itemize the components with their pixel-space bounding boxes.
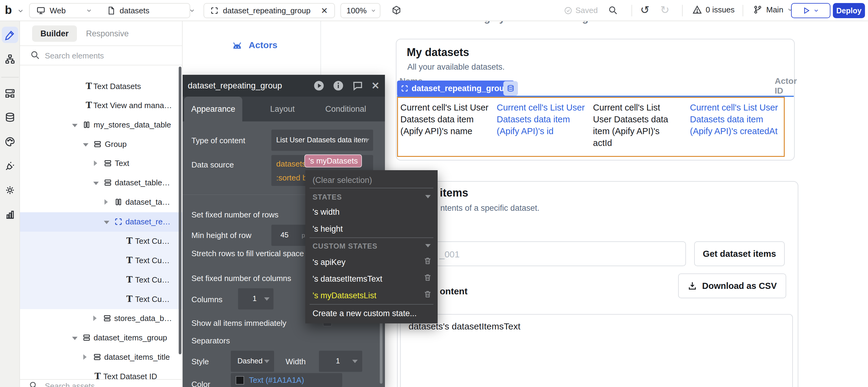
database-icon[interactable]	[4, 111, 16, 124]
custom-state-dataset-items-text[interactable]: 's datasetItemsText	[313, 275, 382, 284]
tree-row[interactable]: TText Cu…	[20, 270, 182, 290]
group-icon	[82, 333, 91, 342]
search-elements-input[interactable]	[45, 49, 172, 62]
logs-chart-icon[interactable]	[4, 208, 16, 221]
tab-conditional[interactable]: Conditional	[325, 97, 366, 122]
redo-icon[interactable]: ↻	[660, 4, 669, 17]
tree-row[interactable]: TText View and mana…	[20, 96, 182, 116]
nav-item-label: Actors	[249, 40, 277, 50]
card-title-fragment: items	[440, 187, 468, 199]
tab-layout[interactable]: Layout	[270, 97, 295, 122]
clear-selection-option[interactable]: (Clear selection)	[313, 175, 372, 185]
close-icon[interactable]: ✕	[371, 80, 379, 92]
tab-responsive[interactable]: Responsive	[86, 29, 129, 38]
create-custom-state-option[interactable]: Create a new custom state...	[313, 309, 417, 318]
caret-right-icon	[94, 161, 97, 166]
logo-chevron-down-icon[interactable]	[17, 7, 24, 14]
tree-row[interactable]: TText Cu…	[20, 251, 182, 270]
tree-row[interactable]: Text	[20, 154, 182, 173]
issues-indicator[interactable]: 0 issues	[692, 5, 735, 14]
component-cube-icon[interactable]	[391, 5, 402, 16]
search-icon[interactable]	[608, 5, 618, 15]
undo-icon[interactable]: ↺	[640, 4, 649, 17]
settings-gear-icon[interactable]	[4, 184, 16, 196]
type-of-content-select[interactable]: List User Datasets data item	[271, 130, 373, 151]
preview-button[interactable]	[791, 3, 831, 18]
search-assets-input[interactable]	[45, 382, 166, 387]
branch-selector[interactable]: Main	[753, 5, 794, 14]
cell-id[interactable]: Current cell's List User Datasets data i…	[497, 102, 586, 137]
dataset-items-card: items ntents of a specific dataset. _001…	[397, 181, 798, 387]
page-chevron-down-icon[interactable]	[189, 7, 195, 14]
width-select[interactable]: 1	[319, 351, 362, 372]
tab-builder[interactable]: Builder	[32, 26, 77, 42]
design-pencil-icon[interactable]	[4, 29, 16, 41]
styles-palette-icon[interactable]	[4, 136, 16, 148]
dropdown-divider	[310, 237, 433, 238]
platform-chevron-down-icon[interactable]	[86, 7, 92, 14]
custom-states-section-header[interactable]: CUSTOM STATES	[313, 242, 377, 251]
trash-icon[interactable]	[424, 257, 432, 265]
states-section-header[interactable]: STATES	[313, 193, 342, 201]
property-editor-header[interactable]: dataset_repeating_group ✕	[181, 75, 385, 97]
show-all-label: Show all items immediately	[191, 319, 286, 328]
zoom-control[interactable]: 100%	[340, 3, 380, 18]
close-tab-icon[interactable]: ✕	[321, 6, 328, 16]
custom-state-my-datasets-list[interactable]: 's myDatasetsList	[313, 291, 376, 300]
tree-row[interactable]: my_stores_data_table	[20, 116, 182, 135]
trash-icon[interactable]	[424, 273, 432, 282]
tree-row[interactable]: dataset_table…	[20, 173, 182, 193]
cell-act-id[interactable]: Current cell's List User Datasets data i…	[593, 102, 678, 149]
repeating-group-icon	[401, 85, 408, 92]
expression-token[interactable]: 's myDatasets	[304, 155, 362, 167]
fixed-columns-label: Set fixed number of columns	[191, 274, 291, 283]
state-option-height[interactable]: 's height	[313, 224, 343, 234]
components-icon[interactable]	[4, 87, 16, 99]
tree-row[interactable]: TText Cu…	[20, 290, 182, 309]
info-icon[interactable]	[333, 80, 344, 92]
tree-row[interactable]: dataset_ta…	[20, 193, 182, 212]
tree-row[interactable]: dataset_items_title	[20, 348, 182, 367]
data-source-badge[interactable]	[503, 81, 518, 96]
download-csv-button[interactable]: Download as CSV	[678, 273, 786, 298]
color-field[interactable]: Text (#1A1A1A)	[231, 373, 342, 387]
style-select[interactable]: Dashed	[231, 351, 274, 372]
state-option-width[interactable]: 's width	[313, 207, 340, 217]
dataset-id-input[interactable]: _001	[400, 241, 686, 266]
type-of-content-label: Type of content	[191, 136, 245, 146]
elements-panel-header: Builder Responsive	[20, 21, 182, 46]
trash-icon[interactable]	[424, 290, 432, 298]
cell-created-at[interactable]: Current cell's List User Datasets data i…	[690, 102, 787, 137]
chevron-down-icon	[352, 360, 358, 363]
page-select[interactable]: datasets	[120, 6, 149, 15]
element-tab[interactable]: dataset_repeating_group ✕	[204, 3, 335, 18]
tree-row[interactable]: TText Datasets	[20, 77, 182, 96]
platform-select[interactable]: Web	[50, 6, 66, 15]
plugins-plug-icon[interactable]	[4, 160, 16, 172]
workflow-sitemap-icon[interactable]	[4, 53, 16, 65]
custom-state-apikey[interactable]: 's apiKey	[313, 258, 346, 267]
color-swatch	[236, 376, 244, 385]
branch-name: Main	[766, 5, 783, 14]
tree-row[interactable]: TText Cu…	[20, 232, 182, 251]
tree-row[interactable]: stores_data_b…	[20, 309, 182, 328]
selected-element-chip[interactable]: dataset_repeating_group	[397, 80, 514, 96]
columns-select[interactable]: 1	[238, 288, 274, 310]
nav-item-actors[interactable]: Actors	[231, 40, 277, 50]
bubble-logo[interactable]: b	[5, 4, 12, 17]
caret-right-icon	[83, 354, 87, 360]
comment-icon[interactable]	[352, 80, 364, 92]
tree-row[interactable]: Group	[20, 135, 182, 154]
tree-scrollbar[interactable]	[179, 67, 181, 354]
tree-row-selected[interactable]: dataset_re…	[20, 212, 182, 232]
run-play-icon[interactable]	[313, 80, 325, 92]
placeholder-fragment: _001	[439, 249, 460, 259]
cell-name[interactable]: Current cell's List User Datasets data i…	[400, 102, 496, 137]
tree-row[interactable]: dataset_items_group	[20, 328, 182, 348]
tab-appearance[interactable]: Appearance	[184, 97, 242, 122]
tree-row[interactable]: TText Dataset ID	[20, 367, 182, 379]
get-dataset-items-button[interactable]: Get dataset items	[694, 241, 785, 266]
deploy-button[interactable]: Deploy	[833, 3, 865, 18]
repeating-group-icon	[210, 6, 219, 15]
color-label: Color	[191, 380, 210, 387]
